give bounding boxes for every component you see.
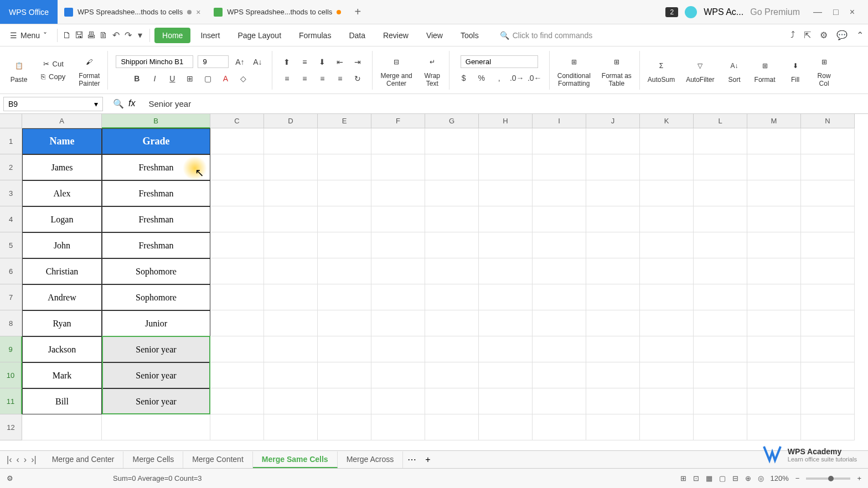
cell-B5[interactable]: Freshman <box>102 232 210 258</box>
decrease-decimal-icon[interactable]: .0← <box>528 71 541 85</box>
cell-D4[interactable] <box>264 206 318 232</box>
align-right-icon[interactable]: ≡ <box>316 72 329 85</box>
col-header-N[interactable]: N <box>801 114 855 128</box>
cell-F10[interactable] <box>371 362 425 388</box>
cell-N4[interactable] <box>801 206 855 232</box>
row-header-11[interactable]: 11 <box>0 388 22 414</box>
orientation-icon[interactable]: ↻ <box>351 72 364 85</box>
cell-G7[interactable] <box>425 284 479 310</box>
cell-J1[interactable] <box>586 128 640 154</box>
cell-J6[interactable] <box>586 258 640 284</box>
cell-C5[interactable] <box>210 232 264 258</box>
cell-D5[interactable] <box>264 232 318 258</box>
select-all-corner[interactable] <box>0 114 22 128</box>
cell-J2[interactable] <box>586 154 640 180</box>
cell-G1[interactable] <box>425 128 479 154</box>
cell-E2[interactable] <box>318 154 371 180</box>
formula-input[interactable]: Senior year <box>142 97 868 111</box>
align-center-icon[interactable]: ≡ <box>298 72 311 85</box>
cell-N9[interactable] <box>801 336 855 362</box>
cell-B7[interactable]: Sophomore <box>102 284 210 310</box>
cell-L10[interactable] <box>694 362 747 388</box>
cell-A5[interactable]: John <box>22 232 102 258</box>
cell-C10[interactable] <box>210 362 264 388</box>
cell-H8[interactable] <box>479 310 533 336</box>
cell-J3[interactable] <box>586 180 640 206</box>
cell-M12[interactable] <box>747 414 801 440</box>
cell-E7[interactable] <box>318 284 371 310</box>
wrap-text-button[interactable]: ↵ Wrap Text <box>423 53 441 87</box>
cell-C11[interactable] <box>210 388 264 414</box>
cell-M11[interactable] <box>747 388 801 414</box>
percent-icon[interactable]: % <box>475 71 488 85</box>
cell-I11[interactable] <box>533 388 586 414</box>
cell-B10[interactable]: Senior year <box>102 362 210 388</box>
cell-M5[interactable] <box>747 232 801 258</box>
increase-font-icon[interactable]: A↑ <box>233 55 246 69</box>
print-preview-icon[interactable]: 🗎 <box>99 30 108 40</box>
add-tab-button[interactable]: + <box>348 6 368 18</box>
next-sheet-icon[interactable]: › <box>24 455 27 465</box>
tab-view[interactable]: View <box>418 28 451 43</box>
sort-button[interactable]: A↓ Sort <box>726 57 743 84</box>
cell-A11[interactable]: Bill <box>22 388 102 414</box>
col-header-E[interactable]: E <box>318 114 371 128</box>
redo-icon[interactable]: ↷ <box>123 30 133 40</box>
notification-badge[interactable]: 2 <box>665 7 678 17</box>
number-format-select[interactable]: General <box>461 55 538 68</box>
settings-icon[interactable]: ⚙ <box>7 474 13 482</box>
justify-icon[interactable]: ≡ <box>333 72 347 85</box>
cell-N7[interactable] <box>801 284 855 310</box>
col-header-K[interactable]: K <box>640 114 694 128</box>
sheet-tab-merge-same-cells[interactable]: Merge Same Cells <box>253 451 338 468</box>
cell-C7[interactable] <box>210 284 264 310</box>
user-label[interactable]: WPS Ac... <box>704 7 743 17</box>
view-normal-icon[interactable]: ⊞ <box>680 474 686 482</box>
col-header-M[interactable]: M <box>747 114 801 128</box>
currency-icon[interactable]: $ <box>457 71 471 85</box>
cell-L11[interactable] <box>694 388 747 414</box>
cell-F7[interactable] <box>371 284 425 310</box>
cell-L6[interactable] <box>694 258 747 284</box>
close-icon[interactable]: × <box>850 7 855 17</box>
merge-center-button[interactable]: ⊟ Merge and Center <box>380 53 412 87</box>
font-family-select[interactable]: Shippori Mincho B1 <box>116 55 193 68</box>
col-header-I[interactable]: I <box>533 114 586 128</box>
cell-H3[interactable] <box>479 180 533 206</box>
cell-K11[interactable] <box>640 388 694 414</box>
cell-K12[interactable] <box>640 414 694 440</box>
save-icon[interactable]: 🖫 <box>74 30 84 40</box>
cell-M1[interactable] <box>747 128 801 154</box>
cell-E6[interactable] <box>318 258 371 284</box>
cell-F5[interactable] <box>371 232 425 258</box>
cell-A2[interactable]: James <box>22 154 102 180</box>
cell-F11[interactable] <box>371 388 425 414</box>
bold-icon[interactable]: B <box>130 72 143 85</box>
cell-N6[interactable] <box>801 258 855 284</box>
cell-H1[interactable] <box>479 128 533 154</box>
cell-G4[interactable] <box>425 206 479 232</box>
cell-J8[interactable] <box>586 310 640 336</box>
cell-G10[interactable] <box>425 362 479 388</box>
cell-B9[interactable]: Senior year <box>102 336 210 362</box>
cell-G5[interactable] <box>425 232 479 258</box>
increase-decimal-icon[interactable]: .0→ <box>510 71 524 85</box>
cell-D8[interactable] <box>264 310 318 336</box>
cell-B8[interactable]: Junior <box>102 310 210 336</box>
cell-E9[interactable] <box>318 336 371 362</box>
cell-N11[interactable] <box>801 388 855 414</box>
sheet-tab-merge-across[interactable]: Merge Across <box>338 451 404 468</box>
cell-B1[interactable]: Grade <box>102 128 210 154</box>
row-header-9[interactable]: 9 <box>0 336 22 362</box>
cell-B2[interactable]: Freshman <box>102 154 210 180</box>
cell-J9[interactable] <box>586 336 640 362</box>
sheet-tab-merge-and-center[interactable]: Merge and Center <box>43 451 124 468</box>
cell-I7[interactable] <box>533 284 586 310</box>
increase-indent-icon[interactable]: ⇥ <box>351 55 364 69</box>
cell-M4[interactable] <box>747 206 801 232</box>
tab-home[interactable]: Home <box>154 28 190 43</box>
cell-A3[interactable]: Alex <box>22 180 102 206</box>
collapse-ribbon-icon[interactable]: ⌃ <box>856 30 864 40</box>
col-header-H[interactable]: H <box>479 114 533 128</box>
cell-H7[interactable] <box>479 284 533 310</box>
